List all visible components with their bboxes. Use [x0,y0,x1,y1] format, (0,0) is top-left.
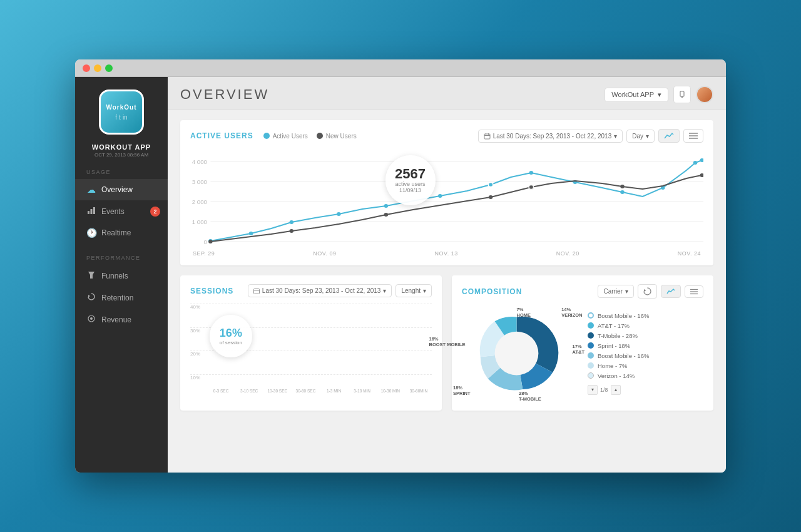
svg-point-35 [620,190,624,194]
sidebar-item-events[interactable]: Events 2 [75,200,168,222]
minimize-button[interactable] [94,64,101,72]
calendar-icon-sessions [253,288,260,294]
svg-marker-3 [88,272,94,279]
pager-prev[interactable]: ▾ [588,385,598,395]
bar-labels: 0-3 SEC 3-10 SEC 10-30 SEC 30-60 SEC 1-3… [208,389,432,393]
svg-point-43 [529,185,534,190]
carrier-filter-btn[interactable]: Carrier ▾ [598,285,634,298]
svg-point-30 [384,204,388,208]
traffic-lights [83,64,113,72]
donut-svg [462,305,571,402]
legend-tmobile-label: T-Mobile - 28% [598,332,638,339]
active-users-section: ACTIVE USERS Active Users New Users [180,120,713,265]
app-logo-social: ftin [115,114,127,121]
bar-label-5: 3-10 MIN [349,389,375,393]
svg-point-6 [90,317,93,320]
comp-menu-btn[interactable] [685,285,703,298]
period-label: Day [632,133,643,140]
bar-label-4: 1-3 MIN [321,389,347,393]
maximize-button[interactable] [105,64,113,72]
legend-boost-mobile-ring: Boost Mobile - 16% [588,312,649,319]
menu-icon [689,132,698,140]
legend-boost2-label: Boost Mobile - 16% [598,352,649,359]
dark-line [210,175,702,242]
app-selector[interactable]: WorkOut APP ▾ [605,88,668,102]
charts-area: ACTIVE USERS Active Users New Users [168,110,726,473]
pager-info: 1/8 [600,387,608,393]
new-users-dot [317,133,323,139]
active-users-legend: Active Users New Users [263,133,357,140]
menu-button[interactable] [683,129,703,143]
svg-rect-8 [681,96,683,98]
svg-point-39 [208,240,212,243]
active-users-controls: Last 30 Days: Sep 23, 2013 - Oct 22, 201… [478,129,703,143]
svg-point-31 [438,194,442,198]
svg-text:3 000: 3 000 [192,179,207,185]
date-range-button[interactable]: Last 30 Days: Sep 23, 2013 - Oct 22, 201… [478,130,623,143]
svg-marker-4 [88,295,90,297]
reload-btn[interactable] [638,284,657,299]
comp-trend-btn[interactable] [661,285,681,298]
sidebar-item-retention[interactable]: Retention [75,287,168,309]
bar-label-1: 3-10 SEC [236,389,262,393]
x-label-3: NOV. 20 [556,250,579,257]
legend-active-users: Active Users [263,133,308,140]
composition-header: COMPOSITION Carrier ▾ [462,284,703,299]
comp-menu-icon [690,289,698,295]
sidebar-item-revenue[interactable]: Revenue [75,309,168,330]
sessions-filter-btn[interactable]: Lenght ▾ [395,284,432,297]
legend-home-label: Home - 7% [598,362,628,369]
sessions-date-btn[interactable]: Last 30 Days: Sep 23, 2013 - Oct 22, 201… [248,284,392,297]
title-bar [75,59,726,77]
pager: ▾ 1/8 ▴ [588,385,649,395]
bar-chart: 40% 30% 20% 10% [190,304,432,394]
tmobile-dot-icon [588,332,594,339]
app-logo-text: WorkOut [106,104,136,111]
donut-hole [495,332,539,376]
revenue-label: Revenue [101,315,131,324]
sessions-header: SESSIONS Last 30 Days: Sep 23, 2013 - Oc… [190,284,432,297]
legend-boost-mobile: Boost Mobile - 16% [588,352,649,359]
composition-controls: Carrier ▾ [598,284,703,299]
sidebar-item-realtime[interactable]: 🕐 Realtime [75,222,168,243]
period-button[interactable]: Day ▾ [626,130,655,143]
legend-home: Home - 7% [588,362,649,369]
user-avatar[interactable] [696,86,713,103]
svg-point-41 [384,213,388,217]
close-button[interactable] [83,64,90,72]
ext-label-att: 17%AT&T [573,344,584,355]
legend-verizon: Verizon - 14% [588,372,649,379]
boost-ring-icon [588,312,594,319]
svg-point-27 [249,232,253,235]
reload-icon [643,287,651,295]
performance-label: PERFORMANCE [75,255,141,261]
svg-rect-7 [680,91,684,96]
bar-label-7: 30-60MIN [406,389,432,393]
sidebar: WorkOut ftin WORKOUT APP OCT 29, 2013 08… [75,77,168,473]
line-chart: 4 000 3 000 2 000 1 000 0 [190,149,703,249]
revenue-icon [86,314,96,325]
calendar-icon [484,133,491,140]
trend-icon [664,132,674,140]
legend-verizon-label: Verizon - 14% [598,372,635,379]
app-selector-label: WorkOut APP [611,91,654,98]
x-axis-labels: SEP. 29 NOV. 09 NOV. 13 NOV. 20 NOV. 24 [190,250,703,257]
svg-point-45 [700,173,703,177]
sidebar-item-funnels[interactable]: Funnels [75,265,168,287]
active-users-dot [263,133,270,139]
sidebar-item-overview[interactable]: ☁ Overview [75,179,168,200]
boost-dot-icon [588,352,594,359]
bar-label-2: 10-30 SEC [264,389,290,393]
main-header: OVERVIEW WorkOut APP ▾ [168,77,726,110]
pager-next[interactable]: ▴ [611,385,621,395]
x-label-4: NOV. 24 [678,250,701,257]
bar-label-6: 10-30 MIN [377,389,404,393]
svg-text:2 000: 2 000 [192,199,207,205]
overview-icon: ☁ [86,185,96,195]
trend-button[interactable] [658,129,680,143]
bar-label-3: 30-60 SEC [292,389,319,393]
app-selector-chevron: ▾ [658,91,661,99]
home-dot-icon [588,362,594,369]
notification-button[interactable] [673,86,691,103]
events-badge: 2 [150,207,160,217]
